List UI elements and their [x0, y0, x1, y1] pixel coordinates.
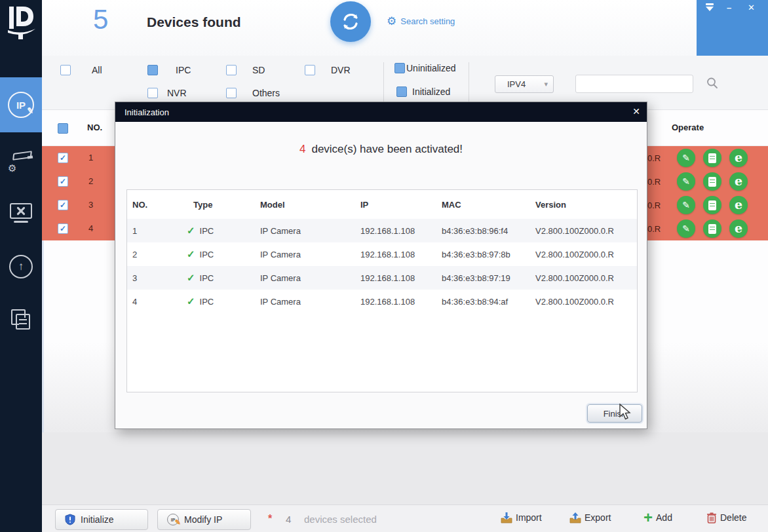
success-check-icon: ✓ — [187, 248, 195, 260]
edit-device-icon[interactable]: ✎ — [677, 196, 695, 214]
row-checkbox[interactable]: ✓ — [58, 176, 68, 187]
activated-count: 4 — [299, 143, 305, 155]
device-details-icon[interactable] — [703, 172, 721, 191]
col-mac: MAC — [436, 200, 530, 210]
open-browser-icon[interactable]: e — [729, 196, 748, 214]
filter-divider — [383, 62, 384, 103]
delete-label: Delete — [720, 512, 746, 523]
checkbox-uninitialized[interactable] — [394, 63, 405, 73]
ip-version-select[interactable]: IPV4 ▾ — [495, 75, 554, 93]
cell-ip: 192.168.1.108 — [355, 226, 436, 236]
checkbox-ipc[interactable] — [147, 65, 158, 75]
row-checkbox[interactable]: ✓ — [58, 223, 68, 234]
device-tools-icon — [9, 202, 33, 224]
checkbox-sd[interactable] — [226, 65, 237, 75]
open-browser-icon[interactable]: e — [729, 219, 748, 238]
filter-all-label: All — [92, 65, 102, 75]
activated-device-row: 4✓IPCIP Camera192.168.1.108b4:36:e3:b8:9… — [127, 290, 637, 313]
col-version: Version — [530, 200, 637, 210]
filter-nvr-label: NVR — [167, 88, 187, 98]
filter-others[interactable]: Others — [226, 88, 280, 98]
document-icon — [708, 200, 716, 210]
device-details-icon[interactable] — [703, 196, 721, 214]
search-setting-button[interactable]: ⚙ Search setting — [387, 16, 455, 27]
filter-others-label: Others — [252, 88, 280, 98]
no-column-header: NO. — [87, 123, 102, 132]
export-button[interactable]: Export — [569, 512, 611, 523]
select-all-checkbox[interactable]: ✓ — [58, 123, 68, 134]
filter-ipc[interactable]: IPC — [147, 65, 191, 75]
minimize-icon[interactable]: – — [727, 3, 731, 12]
edit-device-icon[interactable]: ✎ — [677, 149, 695, 167]
cell-type: ✓IPC — [182, 248, 255, 260]
row-number: 4 — [88, 223, 93, 233]
cell-no: 4 — [127, 297, 182, 307]
filter-all[interactable]: All — [60, 65, 102, 75]
ip-modify-icon: IP✎ — [167, 514, 179, 525]
initialize-button[interactable]: Initialize — [55, 509, 148, 530]
pencil-icon: ✎ — [26, 105, 34, 115]
refresh-button[interactable] — [330, 1, 371, 42]
document-copy-icon — [10, 308, 32, 330]
delete-button[interactable]: Delete — [706, 512, 746, 523]
checkbox-all[interactable] — [60, 65, 71, 75]
refresh-icon — [339, 10, 362, 33]
edit-device-icon[interactable]: ✎ — [677, 219, 695, 238]
cell-ip: 192.168.1.108 — [355, 250, 436, 259]
cell-version: V2.800.100Z000.0.R — [530, 297, 637, 307]
sidebar-item-system-settings[interactable] — [0, 192, 42, 234]
import-icon — [501, 512, 512, 523]
cell-mac: b4:36:e3:b8:97:19 — [436, 273, 530, 283]
close-icon[interactable]: ✕ — [748, 3, 755, 12]
filter-sd[interactable]: SD — [226, 65, 265, 75]
filter-uninitialized[interactable]: Uninitialized — [394, 63, 455, 73]
row-checkbox[interactable]: ✓ — [58, 200, 68, 210]
device-details-icon[interactable] — [703, 149, 721, 167]
sidebar-item-upgrade[interactable]: ↑ — [0, 246, 42, 288]
sidebar-item-logs[interactable] — [0, 298, 42, 340]
open-browser-icon[interactable]: e — [729, 149, 748, 167]
document-icon — [708, 177, 716, 187]
checkbox-nvr[interactable] — [147, 88, 158, 98]
col-no: NO. — [127, 200, 182, 210]
activation-message: 4device(s) have been activated! — [115, 143, 647, 156]
filter-nvr[interactable]: NVR — [147, 88, 187, 98]
row-checkbox[interactable]: ✓ — [58, 153, 68, 163]
ip-label: IP — [16, 100, 26, 111]
add-button[interactable]: + Add — [643, 512, 672, 523]
row-version-fragment: 0.R — [647, 224, 661, 234]
sidebar-item-device-config[interactable]: ⚙ — [0, 139, 42, 181]
filter-divider-2 — [469, 62, 469, 103]
operate-column-header: Operate — [672, 123, 704, 132]
activated-table-header: NO. Type Model IP MAC Version — [127, 190, 637, 219]
filter-initialized[interactable]: Initialized — [396, 86, 450, 97]
modify-ip-label: Modify IP — [184, 514, 222, 525]
search-input[interactable] — [575, 75, 693, 93]
cell-type: ✓IPC — [182, 225, 255, 237]
close-icon[interactable]: ✕ — [632, 106, 640, 117]
cell-version: V2.800.100Z000.0.R — [530, 273, 637, 283]
config-tool-window: IP✎ ⚙ ↑ 5 Devices found — [0, 0, 768, 532]
sidebar: IP✎ ⚙ ↑ — [0, 0, 42, 532]
dialog-title: Initialization — [125, 107, 169, 117]
device-details-icon[interactable] — [703, 219, 721, 238]
shield-icon — [65, 514, 75, 525]
sidebar-item-modify-ip[interactable]: IP✎ — [0, 77, 42, 132]
cell-version: V2.800.100Z000.0.R — [530, 250, 637, 259]
dialog-title-bar: Initialization ✕ — [115, 102, 647, 122]
open-browser-icon[interactable]: e — [729, 172, 748, 191]
checkbox-initialized[interactable] — [396, 86, 407, 97]
checkbox-others[interactable] — [226, 88, 237, 98]
import-button[interactable]: Import — [501, 512, 542, 523]
cell-type: ✓IPC — [182, 272, 255, 284]
selected-label: devices selected — [304, 514, 377, 525]
add-icon: + — [643, 512, 653, 523]
modify-ip-button[interactable]: IP✎ Modify IP — [157, 509, 251, 530]
edit-device-icon[interactable]: ✎ — [677, 172, 695, 191]
add-label: Add — [656, 512, 672, 523]
col-type: Type — [182, 200, 255, 210]
checkbox-dvr[interactable] — [305, 65, 315, 75]
shield-icon[interactable] — [704, 3, 715, 12]
filter-dvr[interactable]: DVR — [305, 65, 351, 75]
search-icon[interactable] — [706, 77, 719, 90]
